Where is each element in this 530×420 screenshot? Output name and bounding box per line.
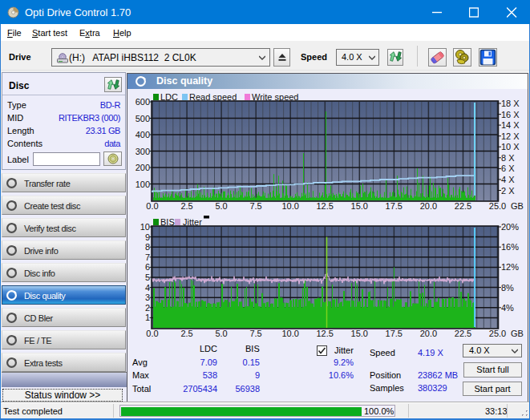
svg-text:10: 10 xyxy=(140,222,150,232)
svg-text:BIS: BIS xyxy=(160,217,175,227)
svg-text:12 X: 12 X xyxy=(501,131,520,141)
svg-text:17.5: 17.5 xyxy=(386,329,403,338)
svg-text:10.0: 10.0 xyxy=(281,329,298,338)
svg-text:Jitter: Jitter xyxy=(183,217,202,227)
svg-text:8%: 8% xyxy=(501,283,514,293)
svg-text:GB: GB xyxy=(511,201,524,211)
svg-text:16%: 16% xyxy=(501,242,519,252)
svg-text:3: 3 xyxy=(145,293,150,302)
svg-text:4 X: 4 X xyxy=(501,175,515,184)
svg-text:9: 9 xyxy=(145,232,150,242)
svg-text:8 X: 8 X xyxy=(501,153,515,163)
svg-text:0.0: 0.0 xyxy=(146,329,158,338)
svg-text:12.5: 12.5 xyxy=(316,329,333,338)
svg-text:2 X: 2 X xyxy=(501,186,515,196)
svg-text:25.0: 25.0 xyxy=(489,329,506,338)
svg-text:16 X: 16 X xyxy=(501,110,520,119)
svg-text:22.5: 22.5 xyxy=(455,201,471,211)
svg-text:5.0: 5.0 xyxy=(215,201,227,211)
svg-text:600: 600 xyxy=(136,97,150,107)
svg-text:0.0: 0.0 xyxy=(146,201,158,211)
svg-text:Write speed: Write speed xyxy=(252,92,299,102)
svg-text:14 X: 14 X xyxy=(501,120,520,130)
svg-text:6: 6 xyxy=(145,262,150,272)
svg-text:GB: GB xyxy=(511,329,524,338)
svg-text:400: 400 xyxy=(136,130,150,139)
svg-text:1: 1 xyxy=(145,313,150,322)
svg-text:20.0: 20.0 xyxy=(420,329,437,338)
svg-text:2.5: 2.5 xyxy=(180,201,192,211)
svg-text:100: 100 xyxy=(136,180,150,189)
svg-text:6 X: 6 X xyxy=(501,164,515,173)
svg-text:2: 2 xyxy=(145,303,150,313)
svg-text:7.5: 7.5 xyxy=(249,329,261,338)
svg-text:4%: 4% xyxy=(501,303,514,313)
svg-text:5: 5 xyxy=(145,273,150,282)
svg-text:4: 4 xyxy=(145,283,150,293)
svg-text:Read speed: Read speed xyxy=(189,92,237,102)
svg-text:15.0: 15.0 xyxy=(351,201,368,211)
svg-text:200: 200 xyxy=(136,163,150,172)
svg-text:12%: 12% xyxy=(501,262,519,272)
svg-text:2.5: 2.5 xyxy=(180,329,192,338)
svg-text:18 X: 18 X xyxy=(501,99,520,108)
svg-text:17.5: 17.5 xyxy=(386,201,403,211)
svg-text:500: 500 xyxy=(136,114,150,123)
svg-text:20%: 20% xyxy=(501,222,519,232)
svg-text:8: 8 xyxy=(145,242,150,252)
svg-text:12.5: 12.5 xyxy=(316,201,333,211)
svg-text:300: 300 xyxy=(136,147,150,156)
svg-text:5.0: 5.0 xyxy=(215,329,227,338)
svg-text:7: 7 xyxy=(145,252,150,262)
svg-text:7.5: 7.5 xyxy=(249,201,261,211)
svg-text:10.0: 10.0 xyxy=(281,201,298,211)
svg-text:25.0: 25.0 xyxy=(489,201,506,211)
svg-text:22.5: 22.5 xyxy=(455,329,471,338)
svg-text:15.0: 15.0 xyxy=(351,329,368,338)
svg-text:10 X: 10 X xyxy=(501,142,520,151)
svg-text:LDC: LDC xyxy=(160,92,178,102)
svg-text:20.0: 20.0 xyxy=(420,201,437,211)
